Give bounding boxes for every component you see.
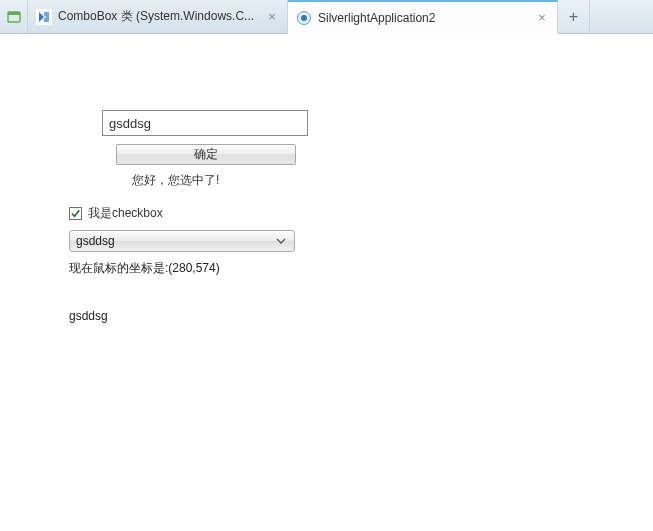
- confirm-button[interactable]: 确定: [116, 144, 296, 165]
- tab-combobox-docs[interactable]: ComboBox 类 (System.Windows.C... ×: [28, 0, 288, 33]
- text-input[interactable]: [102, 110, 308, 136]
- tab-silverlight-app[interactable]: SilverlightApplication2 ×: [288, 0, 558, 34]
- tab-bar: ComboBox 类 (System.Windows.C... × Silver…: [0, 0, 653, 34]
- favicon-msdocs-icon: [36, 9, 52, 25]
- checkbox-row: 我是checkbox: [69, 205, 653, 222]
- new-tab-button[interactable]: +: [558, 0, 590, 33]
- tab-close-icon[interactable]: ×: [535, 11, 549, 25]
- tab-close-icon[interactable]: ×: [265, 10, 279, 24]
- mouse-coords-text: 现在鼠标的坐标是:(280,574): [69, 260, 653, 277]
- window-menu-icon[interactable]: [0, 0, 28, 33]
- coords-prefix: 现在鼠标的坐标是:: [69, 261, 168, 275]
- combobox-selected: gsddsg: [76, 234, 274, 248]
- output-text: gsddsg: [69, 309, 653, 323]
- svg-rect-1: [8, 12, 20, 15]
- checkbox[interactable]: [69, 207, 82, 220]
- tab-title: ComboBox 类 (System.Windows.C...: [58, 8, 259, 25]
- page-content: 确定 您好，您选中了! 我是checkbox gsddsg 现在鼠标的坐标是:(…: [0, 34, 653, 323]
- checkbox-label: 我是checkbox: [88, 205, 163, 222]
- svg-point-4: [301, 15, 307, 21]
- coords-value: (280,574): [168, 261, 219, 275]
- favicon-silverlight-icon: [296, 10, 312, 26]
- greeting-text: 您好，您选中了!: [102, 172, 219, 189]
- tab-title: SilverlightApplication2: [318, 11, 529, 25]
- plus-icon: +: [569, 9, 578, 25]
- combobox[interactable]: gsddsg: [69, 230, 295, 252]
- chevron-down-icon: [274, 238, 288, 244]
